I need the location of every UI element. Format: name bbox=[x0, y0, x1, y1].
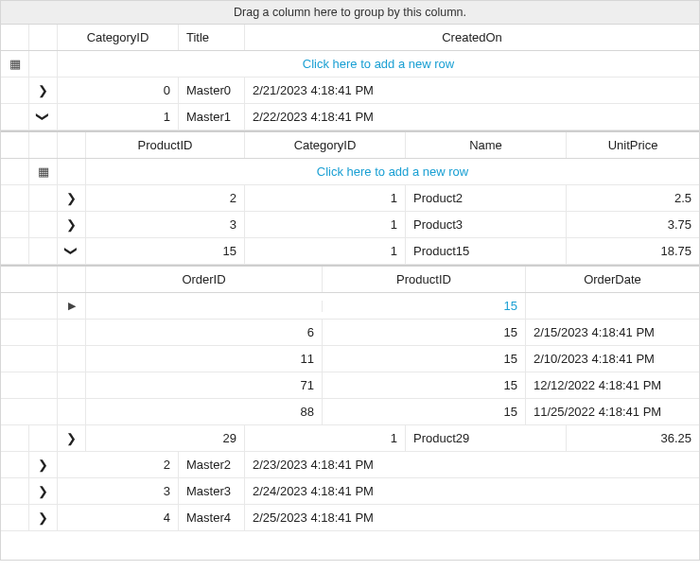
cell-product-id[interactable]: 3 bbox=[86, 212, 245, 237]
calendar-icon: ▦ bbox=[38, 164, 49, 179]
cell-order-id[interactable]: 71 bbox=[86, 372, 323, 398]
cell-product-id[interactable]: 2 bbox=[86, 185, 245, 211]
row-indicator bbox=[1, 78, 29, 103]
cell-category-id[interactable]: 4 bbox=[58, 505, 179, 530]
cell-unit-price[interactable]: 36.25 bbox=[567, 425, 699, 451]
chevron-right-icon[interactable]: ❯ bbox=[38, 83, 48, 97]
cell-category-id[interactable]: 3 bbox=[58, 478, 179, 504]
chevron-right-icon[interactable]: ❯ bbox=[38, 458, 48, 472]
cell-order-id[interactable]: 11 bbox=[86, 346, 323, 372]
cell-order-date[interactable]: 2/15/2023 4:18:41 PM bbox=[526, 320, 699, 345]
cell-product-id[interactable]: 15 bbox=[323, 399, 526, 424]
cell-name[interactable]: Product3 bbox=[406, 212, 567, 237]
chevron-right-icon[interactable]: ❯ bbox=[66, 431, 77, 445]
indent bbox=[1, 185, 29, 211]
master-add-row[interactable]: ▦ Click here to add a new row bbox=[1, 51, 699, 78]
row-indicator bbox=[1, 478, 29, 504]
cell-product-id[interactable]: 15 bbox=[323, 320, 526, 345]
cell-created-on[interactable]: 2/23/2023 4:18:41 PM bbox=[245, 452, 699, 477]
cell-order-id[interactable]: 88 bbox=[86, 399, 323, 424]
cell-unit-price[interactable]: 18.75 bbox=[567, 238, 699, 264]
cell-unit-price[interactable]: 2.5 bbox=[567, 185, 699, 211]
order-row[interactable]: 88 15 11/25/2022 4:18:41 PM bbox=[1, 399, 699, 425]
cell-title[interactable]: Master3 bbox=[179, 478, 245, 504]
cell-name[interactable]: Product15 bbox=[406, 238, 567, 264]
column-header-order-date[interactable]: OrderDate bbox=[526, 267, 699, 292]
column-header-product-id[interactable]: ProductID bbox=[323, 267, 526, 292]
cell-title[interactable]: Master0 bbox=[179, 78, 245, 103]
row-indicator bbox=[58, 346, 86, 372]
product-row[interactable]: ❯ 15 1 Product15 18.75 bbox=[1, 238, 699, 265]
cell-product-id[interactable]: 29 bbox=[86, 425, 245, 451]
current-row-indicator: ▶ bbox=[58, 293, 86, 319]
column-header-created-on[interactable]: CreatedOn bbox=[245, 25, 699, 50]
chevron-down-icon[interactable]: ❯ bbox=[64, 246, 79, 256]
cell-created-on[interactable]: 2/25/2023 4:18:41 PM bbox=[245, 505, 699, 530]
column-header-category-id[interactable]: CategoryID bbox=[58, 25, 179, 50]
cell-product-id[interactable]: 15 bbox=[323, 346, 526, 372]
column-header-product-id[interactable]: ProductID bbox=[86, 132, 245, 158]
cell-product-id[interactable]: 15 bbox=[323, 372, 526, 398]
indent bbox=[1, 399, 58, 424]
cell-name[interactable]: Product29 bbox=[406, 425, 567, 451]
order-row[interactable]: 6 15 2/15/2023 4:18:41 PM bbox=[1, 320, 699, 346]
cell-name[interactable]: Product2 bbox=[406, 185, 567, 211]
cell-created-on[interactable]: 2/21/2023 4:18:41 PM bbox=[245, 78, 699, 103]
column-header-unit-price[interactable]: UnitPrice bbox=[567, 132, 699, 158]
column-header-order-id[interactable]: OrderID bbox=[86, 267, 323, 292]
row-indicator bbox=[58, 372, 86, 398]
column-header-title[interactable]: Title bbox=[179, 25, 245, 50]
row-indicator bbox=[1, 104, 29, 130]
cell-category-id[interactable]: 1 bbox=[245, 425, 406, 451]
cell-category-id[interactable]: 0 bbox=[58, 78, 179, 103]
column-header-category-id[interactable]: CategoryID bbox=[245, 132, 406, 158]
cell-unit-price[interactable]: 3.75 bbox=[567, 212, 699, 237]
order-row[interactable]: 71 15 12/12/2022 4:18:41 PM bbox=[1, 372, 699, 399]
chevron-down-icon[interactable]: ❯ bbox=[36, 112, 50, 122]
cell-order-date[interactable]: 12/12/2022 4:18:41 PM bbox=[526, 372, 699, 398]
cell-created-on[interactable]: 2/22/2023 4:18:41 PM bbox=[245, 104, 699, 130]
cell-category-id[interactable]: 1 bbox=[245, 238, 406, 264]
cell-product-id[interactable]: 15 bbox=[86, 238, 245, 264]
products-header-row: ProductID CategoryID Name UnitPrice bbox=[1, 131, 699, 159]
indent bbox=[1, 320, 58, 345]
master-row[interactable]: ❯ 0 Master0 2/21/2023 4:18:41 PM bbox=[1, 78, 699, 104]
cell-category-id[interactable]: 1 bbox=[245, 185, 406, 211]
row-indicator bbox=[58, 399, 86, 424]
product-row[interactable]: ❯ 2 1 Product2 2.5 bbox=[1, 185, 699, 212]
cell-order-date[interactable]: 11/25/2022 4:18:41 PM bbox=[526, 399, 699, 424]
master-row[interactable]: ❯ 1 Master1 2/22/2023 4:18:41 PM bbox=[1, 104, 699, 130]
cell-category-id[interactable]: 1 bbox=[245, 212, 406, 237]
product-row[interactable]: ❯ 3 1 Product3 3.75 bbox=[1, 212, 699, 238]
group-panel[interactable]: Drag a column here to group by this colu… bbox=[1, 1, 699, 25]
column-header-name[interactable]: Name bbox=[406, 132, 567, 158]
orders-new-row[interactable]: ▶ 15 bbox=[1, 293, 699, 320]
master-row[interactable]: ❯ 2 Master2 2/23/2023 4:18:41 PM bbox=[1, 452, 699, 478]
cell-order-date[interactable] bbox=[526, 301, 699, 312]
cell-order-id[interactable] bbox=[86, 301, 323, 312]
chevron-right-icon[interactable]: ❯ bbox=[38, 484, 48, 498]
child-grid-products: ProductID CategoryID Name UnitPrice ▦ Cl… bbox=[1, 130, 699, 452]
cell-category-id[interactable]: 1 bbox=[58, 104, 179, 130]
cell-title[interactable]: Master2 bbox=[179, 452, 245, 477]
master-row[interactable]: ❯ 3 Master3 2/24/2023 4:18:41 PM bbox=[1, 478, 699, 505]
chevron-right-icon[interactable]: ❯ bbox=[38, 510, 48, 525]
indent bbox=[1, 425, 29, 451]
cell-category-id[interactable]: 2 bbox=[58, 452, 179, 477]
master-row[interactable]: ❯ 4 Master4 2/25/2023 4:18:41 PM bbox=[1, 505, 699, 531]
data-grid: Drag a column here to group by this colu… bbox=[0, 0, 700, 561]
cell-created-on[interactable]: 2/24/2023 4:18:41 PM bbox=[245, 478, 699, 504]
chevron-right-icon[interactable]: ❯ bbox=[66, 217, 77, 232]
product-row[interactable]: ❯ 29 1 Product29 36.25 bbox=[1, 425, 699, 452]
cell-order-id[interactable]: 6 bbox=[86, 320, 323, 345]
cell-product-id[interactable]: 15 bbox=[323, 293, 526, 319]
chevron-right-icon[interactable]: ❯ bbox=[66, 191, 77, 205]
cell-title[interactable]: Master1 bbox=[179, 104, 245, 130]
grid-footer-space bbox=[1, 531, 699, 560]
order-row[interactable]: 11 15 2/10/2023 4:18:41 PM bbox=[1, 346, 699, 372]
expander-header bbox=[29, 25, 58, 50]
cell-order-date[interactable]: 2/10/2023 4:18:41 PM bbox=[526, 346, 699, 372]
row-indicator bbox=[29, 185, 58, 211]
cell-title[interactable]: Master4 bbox=[179, 505, 245, 530]
products-add-row[interactable]: ▦ Click here to add a new row bbox=[1, 159, 699, 185]
